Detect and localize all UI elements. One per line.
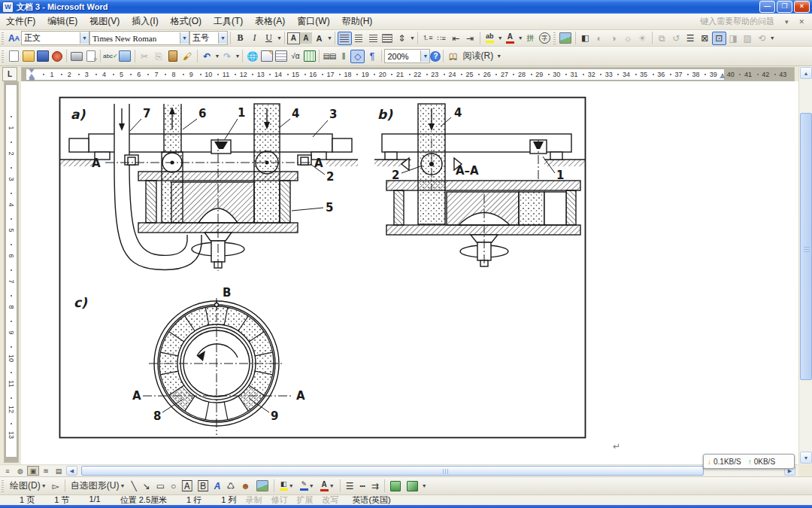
- toolbar-options-icon[interactable]: ▼: [770, 35, 775, 41]
- undo-icon[interactable]: ↶: [200, 50, 214, 63]
- highlight-dropdown-icon[interactable]: ▼: [498, 35, 503, 41]
- menu-item[interactable]: 格式(O): [165, 14, 208, 29]
- numbering-button[interactable]: ⒈≡: [420, 32, 435, 45]
- line-style-icon[interactable]: ☰: [343, 479, 357, 493]
- more-contrast-icon[interactable]: ◐: [592, 32, 607, 45]
- toolbar-grip[interactable]: [553, 32, 556, 44]
- redo-dropdown-icon[interactable]: ▼: [235, 53, 241, 59]
- vertical-text-box-icon[interactable]: 🄱: [195, 479, 211, 493]
- arrow-tool-icon[interactable]: ↘: [140, 479, 153, 493]
- autoshapes-menu-button[interactable]: 自选图形(U)▼: [68, 479, 129, 493]
- distribute-button[interactable]: [380, 32, 395, 45]
- clip-art-icon[interactable]: ☻: [238, 479, 253, 493]
- insert-table-icon[interactable]: [274, 50, 288, 63]
- reading-view-button[interactable]: ▤: [53, 466, 65, 476]
- align-right-button[interactable]: [366, 32, 380, 45]
- web-layout-view-button[interactable]: ◍: [14, 466, 26, 476]
- font-color-button[interactable]: A: [503, 32, 517, 45]
- vertical-scrollbar[interactable]: ▲ ▼: [798, 66, 812, 464]
- toolbar-options-icon[interactable]: ▼: [496, 53, 501, 59]
- insert-hyperlink-icon[interactable]: 🌐: [245, 50, 259, 63]
- tables-and-borders-icon[interactable]: ✎: [259, 50, 274, 63]
- outline-view-button[interactable]: ≋: [40, 466, 52, 476]
- horizontal-scroll-thumb[interactable]: [81, 466, 704, 476]
- format-picture-icon[interactable]: ◨: [726, 32, 741, 45]
- chevron-down-icon[interactable]: ▼: [80, 32, 89, 44]
- document-map-icon[interactable]: ⫼: [336, 50, 350, 63]
- print-icon[interactable]: [69, 50, 83, 63]
- help-dropdown-icon[interactable]: ▾: [785, 18, 789, 26]
- chevron-down-icon[interactable]: ▼: [180, 32, 189, 44]
- menu-item[interactable]: 窗口(W): [291, 14, 335, 29]
- equation-editor-icon[interactable]: √α: [288, 50, 302, 63]
- normal-view-button[interactable]: ≡: [2, 466, 14, 476]
- left-indent-marker[interactable]: [29, 78, 35, 81]
- chevron-down-icon[interactable]: ▼: [218, 32, 227, 44]
- menu-item[interactable]: 文件(F): [0, 14, 41, 29]
- restore-button[interactable]: ❐: [777, 1, 792, 13]
- zoom-combo[interactable]: 200%▼: [384, 49, 430, 63]
- help-icon[interactable]: ?: [430, 51, 441, 62]
- style-combo[interactable]: 正文▼: [21, 31, 89, 45]
- italic-button[interactable]: I: [247, 32, 262, 45]
- horizontal-ruler[interactable]: 1234567891011121314151617181920212223242…: [21, 67, 795, 82]
- more-brightness-icon[interactable]: ☼: [621, 32, 635, 45]
- line-spacing-dropdown-icon[interactable]: ▼: [410, 35, 415, 41]
- line-color-icon[interactable]: ✎▼: [297, 479, 317, 493]
- underline-button[interactable]: U: [262, 32, 276, 45]
- tab-selector[interactable]: L: [2, 67, 17, 81]
- less-contrast-icon[interactable]: ◑: [607, 32, 621, 45]
- chevron-down-icon[interactable]: ▼: [420, 50, 429, 62]
- redo-icon[interactable]: ↷: [220, 50, 235, 63]
- highlight-button[interactable]: ab: [483, 32, 497, 45]
- justify-button[interactable]: [338, 32, 352, 45]
- permission-icon[interactable]: [50, 50, 64, 63]
- 3d-style-icon[interactable]: [404, 479, 421, 493]
- toolbar-options-icon[interactable]: ▼: [422, 483, 427, 488]
- select-objects-icon[interactable]: ▻: [50, 479, 62, 493]
- increase-indent-button[interactable]: ⇥: [463, 32, 477, 45]
- spelling-icon[interactable]: abc✓: [103, 50, 118, 63]
- scroll-up-icon[interactable]: ▲: [800, 67, 812, 79]
- character-scale-button[interactable]: A: [312, 32, 326, 45]
- text-box-icon[interactable]: 🄰: [179, 479, 195, 493]
- line-style-icon[interactable]: ☰: [683, 32, 698, 45]
- print-preview-icon[interactable]: ○: [83, 50, 98, 63]
- character-border-button[interactable]: A: [287, 32, 300, 44]
- rectangle-tool-icon[interactable]: ▭: [153, 479, 168, 493]
- scroll-down-icon[interactable]: ▼: [800, 452, 812, 464]
- insert-excel-icon[interactable]: [302, 50, 317, 63]
- draw-menu-button[interactable]: 绘图(D)▼: [7, 479, 50, 493]
- toolbar-grip[interactable]: [2, 50, 4, 62]
- rotate-left-icon[interactable]: ↺: [669, 32, 683, 45]
- network-speed-overlay[interactable]: ↓ 0.1KB/S ↑ 0KB/S: [703, 454, 795, 469]
- document-page[interactable]: a) 7 6 1 4 3 2 5 A A: [21, 81, 798, 464]
- underline-dropdown-icon[interactable]: ▼: [277, 35, 282, 41]
- print-layout-view-button[interactable]: ▣: [27, 466, 39, 476]
- help-question-input[interactable]: 键入需要帮助的问题: [700, 16, 774, 27]
- research-icon[interactable]: [118, 50, 132, 63]
- wordart-icon[interactable]: A: [211, 479, 224, 493]
- show-hide-marks-icon[interactable]: ¶: [365, 50, 379, 63]
- oval-tool-icon[interactable]: ○: [168, 479, 179, 493]
- diagram-icon[interactable]: ♺: [223, 479, 238, 493]
- cut-icon[interactable]: ✂: [138, 50, 152, 63]
- text-wrapping-icon[interactable]: ⊡: [712, 32, 726, 45]
- minimize-button[interactable]: —: [759, 1, 775, 13]
- color-mode-icon[interactable]: ◧: [578, 32, 592, 45]
- menu-item[interactable]: 表格(A): [249, 14, 291, 29]
- paste-icon[interactable]: [166, 50, 180, 63]
- undo-dropdown-icon[interactable]: ▼: [215, 53, 220, 59]
- shadow-style-icon[interactable]: [387, 479, 404, 493]
- menu-item[interactable]: 帮助(H): [336, 14, 379, 29]
- insert-picture-icon[interactable]: [253, 479, 271, 493]
- copy-icon[interactable]: ⎘: [152, 50, 166, 63]
- dash-style-icon[interactable]: ┅: [356, 479, 368, 493]
- character-scale-dropdown-icon[interactable]: ▼: [327, 35, 332, 41]
- insert-picture-icon[interactable]: [559, 32, 573, 45]
- horizontal-scrollbar[interactable]: ≡ ◍ ▣ ≋ ▤ ◀ ▶: [0, 464, 798, 476]
- decrease-indent-button[interactable]: ⇤: [449, 32, 463, 45]
- less-brightness-icon[interactable]: ☀: [635, 32, 650, 45]
- font-size-combo[interactable]: 五号▼: [189, 31, 228, 45]
- menu-close-icon[interactable]: ✕: [798, 18, 804, 26]
